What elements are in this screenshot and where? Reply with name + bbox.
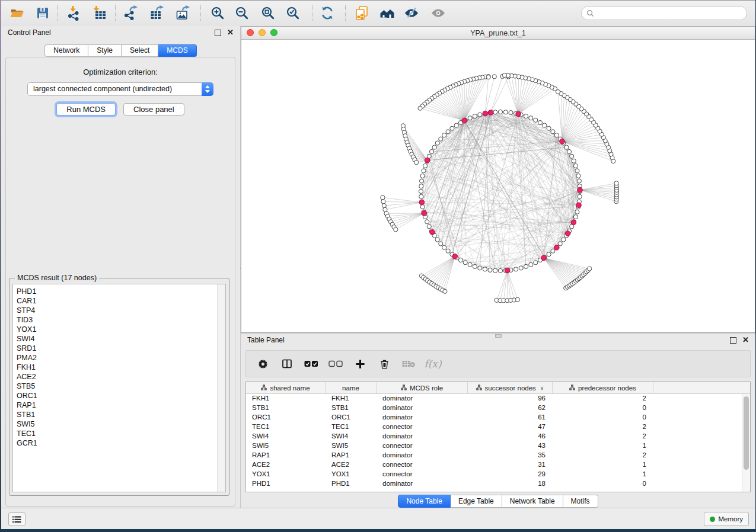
close-panel-icon[interactable]: ✕: [227, 30, 234, 36]
refresh-layout-button[interactable]: [317, 3, 337, 23]
mcds-result-item[interactable]: YOX1: [17, 325, 225, 334]
close-panel-button[interactable]: Close panel: [123, 103, 184, 116]
optimization-criterion-select[interactable]: largest connected component (undirected): [27, 82, 213, 96]
home-network-button[interactable]: [377, 3, 397, 23]
delete-column-button[interactable]: [377, 357, 391, 371]
mcds-result-item[interactable]: STB1: [17, 410, 225, 419]
main-toolbar: [1, 1, 755, 27]
select-all-button[interactable]: [304, 357, 318, 371]
zoom-out-button[interactable]: [232, 3, 252, 23]
table-cell: 18: [468, 479, 553, 489]
export-image-icon: [175, 5, 190, 21]
search-input[interactable]: [597, 8, 742, 18]
scrollbar-thumb[interactable]: [744, 396, 749, 470]
hide-details-button[interactable]: [401, 3, 422, 23]
mcds-result-item[interactable]: SWI5: [17, 419, 225, 429]
zoom-in-button[interactable]: [208, 3, 228, 23]
column-label: name: [342, 384, 359, 392]
table-scrollbar[interactable]: [742, 394, 750, 492]
show-details-button[interactable]: [428, 3, 448, 23]
table-row[interactable]: STB1STB1dominator620: [246, 403, 742, 413]
memory-button[interactable]: Memory: [704, 512, 749, 526]
export-image-button[interactable]: [173, 3, 193, 23]
column-header-predecessor-nodes[interactable]: predecessor nodes: [553, 382, 653, 393]
table-row[interactable]: SWI4SWI4dominator462: [246, 432, 742, 441]
toolbar-separator: [57, 5, 58, 21]
tab-select[interactable]: Select: [122, 44, 158, 57]
table-row[interactable]: PHD1PHD1dominator180: [246, 479, 742, 489]
table-settings-button[interactable]: [256, 357, 270, 371]
float-panel-icon[interactable]: [215, 30, 221, 36]
export-table-button[interactable]: [146, 3, 167, 23]
mcds-result-item[interactable]: PMA2: [17, 353, 225, 363]
tab-node-table[interactable]: Node Table: [398, 495, 451, 508]
zoom-selected-button[interactable]: [283, 3, 303, 23]
column-header-shared-name[interactable]: shared name: [246, 382, 326, 393]
mcds-result-item[interactable]: RAP1: [17, 400, 225, 410]
mcds-result-item[interactable]: SWI4: [17, 334, 225, 344]
deselect-all-button[interactable]: [328, 357, 343, 371]
tab-motifs[interactable]: Motifs: [563, 495, 598, 508]
column-header-successor-nodes[interactable]: successor nodes∨: [468, 382, 553, 393]
mcds-result-item[interactable]: ORC1: [17, 391, 225, 400]
mcds-list-scrollbar[interactable]: [217, 284, 225, 492]
tab-network-table[interactable]: Network Table: [502, 495, 563, 508]
search-field[interactable]: [581, 6, 747, 20]
table-cell: SWI4: [326, 432, 377, 441]
split-panel-button[interactable]: [280, 357, 294, 371]
table-row[interactable]: FKH1FKH1dominator962: [246, 394, 742, 403]
maximize-window-icon[interactable]: [270, 29, 277, 36]
mcds-result-item[interactable]: STP4: [17, 306, 225, 315]
open-session-button[interactable]: [7, 3, 27, 23]
tab-edge-table[interactable]: Edge Table: [451, 495, 502, 508]
mcds-result-item[interactable]: TID3: [17, 315, 225, 325]
add-column-button[interactable]: [353, 357, 367, 371]
mcds-result-item[interactable]: SRD1: [17, 344, 225, 353]
plus-icon: [355, 358, 366, 370]
mcds-result-item[interactable]: CAR1: [17, 296, 225, 306]
network-window-titlebar[interactable]: YPA_prune.txt_1: [241, 27, 755, 40]
zoom-fit-button[interactable]: [258, 3, 278, 23]
close-panel-icon[interactable]: ✕: [742, 337, 749, 343]
table-row[interactable]: ORC1ORC1dominator610: [246, 413, 742, 422]
column-header-mcds-role[interactable]: MCDS role: [377, 382, 468, 393]
import-network-button[interactable]: [63, 3, 84, 23]
trash-icon: [379, 358, 390, 370]
mcds-result-item[interactable]: FKH1: [17, 363, 225, 372]
mcds-result-item[interactable]: PHD1: [17, 287, 225, 296]
import-table-button[interactable]: [90, 3, 110, 23]
tab-style[interactable]: Style: [88, 44, 122, 57]
float-panel-icon[interactable]: [730, 337, 736, 344]
import-network-icon: [66, 5, 81, 21]
open-folder-icon: [9, 5, 25, 21]
clone-network-button[interactable]: [352, 3, 372, 23]
toolbar-separator: [312, 5, 312, 21]
table-cell: SWI5: [326, 441, 377, 451]
mcds-result-list[interactable]: PHD1CAR1STP4TID3YOX1SWI4SRD1PMA2FKH1ACE2…: [12, 284, 226, 492]
mcds-result-item[interactable]: GCR1: [17, 438, 225, 448]
network-canvas[interactable]: [241, 39, 755, 332]
table-row[interactable]: ACE2ACE2connector311: [246, 460, 742, 470]
node-table: shared namenameMCDS rolesuccessor nodes∨…: [245, 382, 751, 492]
table-row[interactable]: YOX1YOX1connector291: [246, 470, 742, 479]
close-window-icon[interactable]: [247, 29, 254, 36]
run-mcds-button[interactable]: Run MCDS: [56, 103, 116, 116]
mcds-result-item[interactable]: STB5: [17, 382, 225, 391]
mcds-result-item[interactable]: TEC1: [17, 429, 225, 438]
minimize-window-icon[interactable]: [259, 29, 266, 36]
tab-network[interactable]: Network: [44, 44, 88, 57]
table-cell: YOX1: [246, 470, 326, 479]
table-row[interactable]: TEC1TEC1connector472: [246, 422, 742, 432]
toolbar-separator: [200, 5, 201, 21]
export-network-button[interactable]: [120, 3, 141, 23]
table-cell: YOX1: [326, 470, 377, 479]
zoom-selected-icon: [285, 5, 301, 21]
save-session-button[interactable]: [33, 3, 53, 23]
tab-mcds[interactable]: MCDS: [158, 44, 196, 57]
column-header-name[interactable]: name: [326, 382, 377, 393]
table-row[interactable]: RAP1RAP1dominator352: [246, 451, 742, 460]
task-history-button[interactable]: [8, 512, 25, 526]
horizontal-splitter-grip[interactable]: [495, 334, 502, 338]
mcds-result-item[interactable]: ACE2: [17, 372, 225, 382]
table-row[interactable]: SWI5SWI5connector431: [246, 441, 742, 451]
